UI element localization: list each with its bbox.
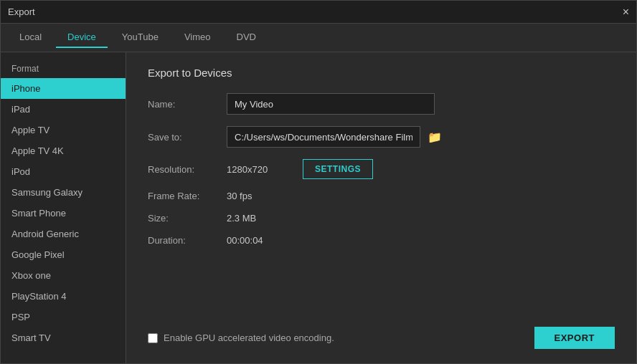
sidebar-item-ipad[interactable]: iPad bbox=[1, 99, 126, 120]
resolution-group: Resolution: 1280x720 SETTINGS bbox=[148, 159, 615, 179]
tab-dvd[interactable]: DVD bbox=[225, 27, 268, 48]
name-label: Name: bbox=[148, 99, 227, 110]
export-window: Export × Local Device YouTube Vimeo DVD … bbox=[0, 0, 637, 364]
sidebar-item-android-generic[interactable]: Android Generic bbox=[1, 224, 126, 244]
duration-group: Duration: 00:00:04 bbox=[148, 235, 615, 246]
sidebar-item-smart-tv[interactable]: Smart TV bbox=[1, 327, 126, 348]
sidebar-item-playstation-4[interactable]: PlayStation 4 bbox=[1, 286, 126, 307]
name-input[interactable] bbox=[227, 93, 435, 115]
resolution-value: 1280x720 bbox=[227, 164, 291, 175]
resolution-row: 1280x720 SETTINGS bbox=[227, 159, 373, 179]
frame-rate-label: Frame Rate: bbox=[148, 191, 227, 201]
sidebar-item-xbox-one[interactable]: Xbox one bbox=[1, 265, 126, 286]
save-to-label: Save to: bbox=[148, 132, 227, 143]
frame-rate-group: Frame Rate: 30 fps bbox=[148, 191, 615, 201]
window-title: Export bbox=[8, 6, 35, 17]
folder-button[interactable]: 📁 bbox=[425, 129, 445, 145]
panel-title: Export to Devices bbox=[148, 67, 615, 79]
export-button[interactable]: EXPORT bbox=[534, 327, 615, 349]
sidebar-item-google-pixel[interactable]: Google Pixel bbox=[1, 244, 126, 265]
gpu-label-text: Enable GPU accelerated video encoding. bbox=[164, 332, 334, 343]
tab-device[interactable]: Device bbox=[56, 27, 108, 48]
save-to-group: Save to: 📁 bbox=[148, 126, 615, 148]
sidebar-item-ipod[interactable]: iPod bbox=[1, 161, 126, 182]
gpu-label[interactable]: Enable GPU accelerated video encoding. bbox=[148, 332, 334, 343]
save-to-row: 📁 bbox=[227, 126, 445, 148]
close-button[interactable]: × bbox=[623, 6, 629, 18]
settings-button[interactable]: SETTINGS bbox=[303, 159, 373, 179]
sidebar-item-apple-tv[interactable]: Apple TV bbox=[1, 120, 126, 140]
duration-label: Duration: bbox=[148, 235, 227, 246]
sidebar-section-format: Format bbox=[1, 59, 126, 78]
footer: Enable GPU accelerated video encoding. E… bbox=[148, 312, 615, 349]
tab-youtube[interactable]: YouTube bbox=[110, 27, 170, 48]
sidebar: Format iPhone iPad Apple TV Apple TV 4K … bbox=[1, 52, 126, 363]
tab-bar: Local Device YouTube Vimeo DVD bbox=[1, 24, 636, 52]
tab-vimeo[interactable]: Vimeo bbox=[173, 27, 222, 48]
size-value: 2.3 MB bbox=[227, 213, 256, 224]
frame-rate-value: 30 fps bbox=[227, 191, 252, 201]
sidebar-item-iphone[interactable]: iPhone bbox=[1, 78, 126, 99]
size-label: Size: bbox=[148, 213, 227, 224]
content-area: Format iPhone iPad Apple TV Apple TV 4K … bbox=[1, 52, 636, 363]
save-to-input[interactable] bbox=[227, 126, 420, 148]
sidebar-item-smart-phone[interactable]: Smart Phone bbox=[1, 203, 126, 224]
size-group: Size: 2.3 MB bbox=[148, 213, 615, 224]
name-group: Name: bbox=[148, 93, 615, 115]
title-bar: Export × bbox=[1, 1, 636, 24]
tab-local[interactable]: Local bbox=[8, 27, 53, 48]
sidebar-item-psp[interactable]: PSP bbox=[1, 307, 126, 327]
sidebar-item-apple-tv-4k[interactable]: Apple TV 4K bbox=[1, 140, 126, 161]
resolution-label: Resolution: bbox=[148, 164, 227, 175]
sidebar-item-samsung-galaxy[interactable]: Samsung Galaxy bbox=[1, 182, 126, 203]
gpu-checkbox[interactable] bbox=[148, 333, 158, 343]
main-panel: Export to Devices Name: Save to: 📁 Resol… bbox=[126, 52, 636, 363]
duration-value: 00:00:04 bbox=[227, 235, 263, 246]
